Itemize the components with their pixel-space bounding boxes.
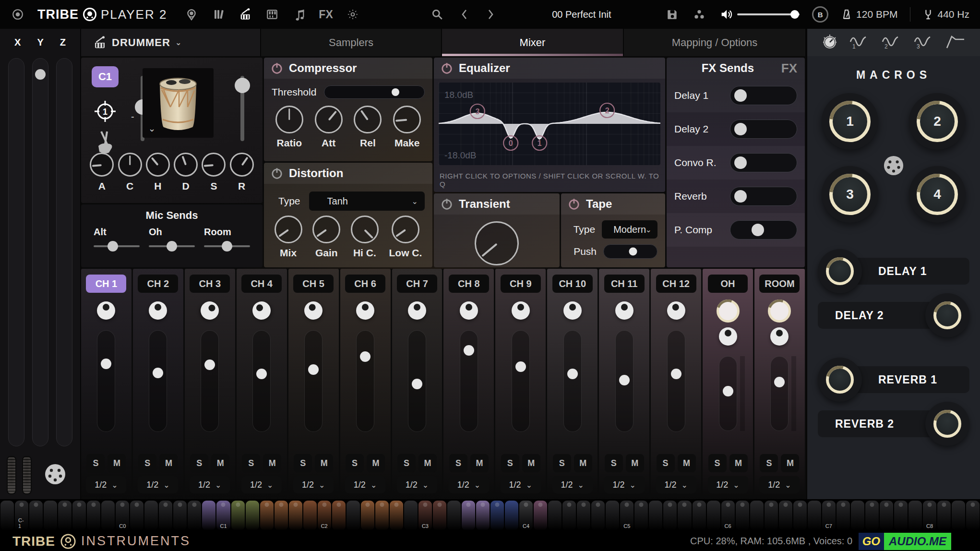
channel-badge[interactable]: OH [708,275,748,293]
mod-wheel[interactable] [22,456,32,494]
channel-badge[interactable]: CH 8 [449,275,489,293]
piano-key[interactable] [765,501,778,530]
lfo-1-icon[interactable]: 1 [849,34,871,52]
lfo-3-icon[interactable]: 3 [913,34,935,52]
piano-key[interactable] [173,501,187,530]
drum-tile-chevron-icon[interactable]: ⌄ [148,123,155,134]
piano-key[interactable] [347,501,360,530]
solo-button[interactable]: S [397,454,416,472]
piano-key[interactable] [58,501,72,530]
envelope-icon[interactable] [945,34,966,52]
piano-key-c6[interactable]: C6 [721,501,735,530]
piano-key[interactable] [246,501,259,530]
piano-key[interactable] [87,501,100,530]
channel-badge[interactable]: ROOM [759,275,800,293]
tape-push-handle[interactable] [629,248,637,256]
solo-button[interactable]: S [760,454,778,472]
save-icon[interactable] [665,7,680,22]
mic-send-slider[interactable] [149,245,195,247]
macro-knob-1[interactable]: 1 [822,93,878,150]
envelope-knob-r[interactable] [230,153,254,177]
pitch-wheel[interactable] [7,456,16,494]
mic-send-slider[interactable] [204,245,250,247]
volume-fader[interactable] [719,356,737,431]
pan-knob[interactable] [197,298,223,323]
envelope-knob-d[interactable] [174,153,198,177]
preset-name[interactable]: 00 Perfect Init [552,9,611,20]
volume-fader[interactable] [667,330,685,432]
channel-badge[interactable]: CH 4 [241,275,282,293]
piano-key[interactable] [289,501,302,530]
xyz-slider-z[interactable] [56,58,72,446]
fx-send-handle[interactable] [734,123,747,135]
solo-button[interactable]: S [501,454,519,472]
channel-badge[interactable]: CH 1 [86,275,126,293]
tape-push-slider[interactable] [603,244,657,259]
piano-key[interactable] [275,501,288,530]
piano-key[interactable] [332,501,346,530]
cell-badge[interactable]: C1 [92,66,119,87]
piano-key[interactable] [130,501,143,530]
fader-handle[interactable] [308,364,319,375]
distortion-type-dropdown[interactable]: Tanh ⌄ [309,192,425,211]
mute-button[interactable]: M [522,454,540,472]
fader-handle[interactable] [101,359,111,369]
pan-knob[interactable] [97,301,115,320]
solo-button[interactable]: S [242,454,260,472]
piano-key[interactable] [361,501,374,530]
fx-badge[interactable]: FX [781,61,797,76]
piano-key-c2[interactable]: C2 [318,501,331,530]
piano-key[interactable] [707,501,720,530]
piano-key[interactable] [188,501,201,530]
piano-key[interactable] [490,501,504,530]
channel-badge[interactable]: CH 5 [293,275,334,293]
volume-fader[interactable] [252,330,271,432]
channel-badge[interactable]: CH 3 [190,275,230,293]
volume-slider[interactable] [737,13,800,15]
prev-preset-icon[interactable] [457,7,471,22]
threshold-slider[interactable] [324,85,425,99]
piano-key[interactable] [663,501,677,530]
solo-button[interactable]: S [346,454,364,472]
piano-key[interactable] [404,501,418,530]
output-dropdown[interactable]: 1/2⌄ [86,476,126,493]
browser-icon[interactable] [184,7,199,22]
power-icon[interactable] [441,198,453,210]
volume-fader[interactable] [408,330,426,432]
piano-key[interactable] [837,501,850,530]
piano-key[interactable] [202,501,215,530]
piano-key-c5[interactable]: C5 [620,501,633,530]
channel-badge[interactable]: CH 6 [345,275,385,293]
fx-send-slider[interactable] [730,120,797,139]
piano-key[interactable] [808,501,821,530]
tuning-value[interactable]: 440 Hz [937,9,969,20]
pan-knob[interactable] [302,299,325,323]
fader-handle[interactable] [619,375,630,385]
compressor-knob-rel[interactable] [354,106,382,133]
piano-key[interactable] [159,501,172,530]
eye-icon[interactable] [11,7,25,22]
tab-samplers[interactable]: Samplers [261,29,442,56]
pan-knob[interactable] [149,301,167,320]
bpm-value[interactable]: 120 BPM [856,9,897,20]
piano-key-c8[interactable]: C8 [923,501,936,530]
channel-badge[interactable]: CH 7 [397,275,437,293]
fader-handle[interactable] [515,361,526,372]
xyz-slider-x[interactable] [8,58,24,446]
volume-fader[interactable] [770,356,789,431]
piano-key[interactable] [937,501,951,530]
piano-key[interactable] [649,501,662,530]
pan-knob[interactable] [719,327,737,346]
distortion-knob-low-c[interactable] [392,216,419,243]
power-icon[interactable] [568,198,580,210]
channel-badge[interactable]: CH 10 [552,275,593,293]
settings-gear-icon[interactable] [346,7,360,22]
xyz-slider-handle[interactable] [35,69,46,80]
envelope-knob-c[interactable] [118,153,142,177]
piano-key[interactable] [577,501,590,530]
volume-fader[interactable] [304,330,323,432]
piano-key[interactable] [966,501,980,530]
cell-slider-right-handle[interactable] [235,78,250,93]
pan-knob[interactable] [615,301,633,320]
output-dropdown[interactable]: 1/2⌄ [759,476,800,493]
